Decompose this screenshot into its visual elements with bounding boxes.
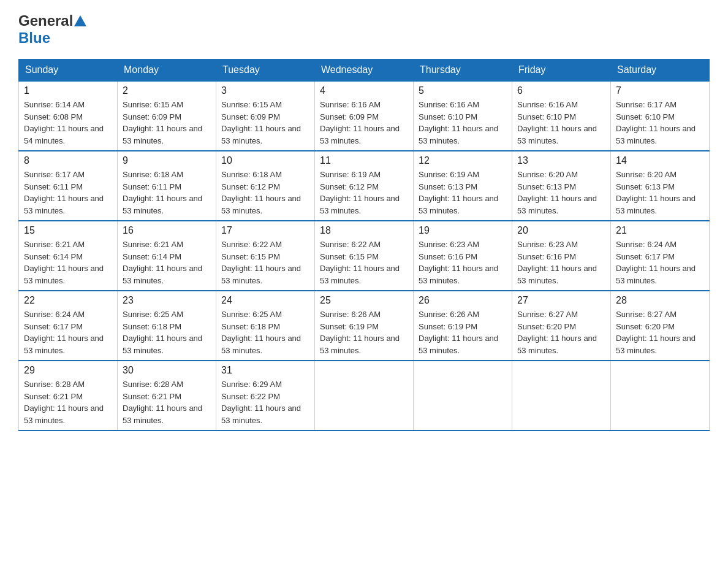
calendar-day-cell: 28 Sunrise: 6:27 AMSunset: 6:20 PMDaylig… (611, 291, 710, 361)
day-number: 14 (616, 155, 704, 166)
calendar-day-cell: 30 Sunrise: 6:28 AMSunset: 6:21 PMDaylig… (118, 361, 216, 431)
day-number: 27 (517, 295, 605, 306)
calendar-day-cell: 22 Sunrise: 6:24 AMSunset: 6:17 PMDaylig… (19, 291, 118, 361)
col-header-saturday: Saturday (611, 59, 710, 82)
calendar-day-cell: 31 Sunrise: 6:29 AMSunset: 6:22 PMDaylig… (216, 361, 315, 431)
calendar-week-row: 29 Sunrise: 6:28 AMSunset: 6:21 PMDaylig… (19, 361, 710, 431)
day-number: 2 (123, 85, 211, 96)
calendar-week-row: 22 Sunrise: 6:24 AMSunset: 6:17 PMDaylig… (19, 291, 710, 361)
day-info: Sunrise: 6:14 AMSunset: 6:08 PMDaylight:… (24, 99, 112, 147)
day-number: 16 (123, 225, 211, 236)
day-number: 20 (517, 225, 605, 236)
calendar-header-row: SundayMondayTuesdayWednesdayThursdayFrid… (19, 59, 710, 82)
day-number: 11 (320, 155, 408, 166)
day-info: Sunrise: 6:19 AMSunset: 6:13 PMDaylight:… (419, 169, 507, 216)
calendar-day-cell: 4 Sunrise: 6:16 AMSunset: 6:09 PMDayligh… (315, 81, 414, 151)
calendar-day-cell: 5 Sunrise: 6:16 AMSunset: 6:10 PMDayligh… (414, 81, 512, 151)
day-info: Sunrise: 6:17 AMSunset: 6:10 PMDaylight:… (616, 99, 704, 147)
day-number: 5 (419, 85, 507, 96)
day-info: Sunrise: 6:18 AMSunset: 6:12 PMDaylight:… (221, 169, 309, 216)
day-info: Sunrise: 6:15 AMSunset: 6:09 PMDaylight:… (123, 99, 211, 147)
day-number: 22 (24, 295, 112, 306)
day-number: 24 (221, 295, 309, 306)
day-info: Sunrise: 6:15 AMSunset: 6:09 PMDaylight:… (221, 99, 309, 147)
calendar-day-cell: 19 Sunrise: 6:23 AMSunset: 6:16 PMDaylig… (414, 221, 512, 291)
day-info: Sunrise: 6:22 AMSunset: 6:15 PMDaylight:… (221, 239, 309, 286)
day-number: 4 (320, 85, 408, 96)
col-header-friday: Friday (512, 59, 611, 82)
day-info: Sunrise: 6:26 AMSunset: 6:19 PMDaylight:… (320, 308, 408, 356)
day-number: 15 (24, 225, 112, 236)
calendar-day-cell: 9 Sunrise: 6:18 AMSunset: 6:11 PMDayligh… (118, 151, 216, 221)
day-info: Sunrise: 6:20 AMSunset: 6:13 PMDaylight:… (517, 169, 605, 216)
calendar-day-cell: 12 Sunrise: 6:19 AMSunset: 6:13 PMDaylig… (414, 151, 512, 221)
day-number: 17 (221, 225, 309, 236)
calendar-day-cell: 15 Sunrise: 6:21 AMSunset: 6:14 PMDaylig… (19, 221, 118, 291)
day-info: Sunrise: 6:16 AMSunset: 6:09 PMDaylight:… (320, 99, 408, 147)
day-number: 28 (616, 295, 704, 306)
calendar-week-row: 1 Sunrise: 6:14 AMSunset: 6:08 PMDayligh… (19, 81, 710, 151)
day-info: Sunrise: 6:24 AMSunset: 6:17 PMDaylight:… (616, 239, 704, 286)
logo-blue-text: Blue (18, 29, 50, 46)
calendar-day-cell: 18 Sunrise: 6:22 AMSunset: 6:15 PMDaylig… (315, 221, 414, 291)
day-info: Sunrise: 6:23 AMSunset: 6:16 PMDaylight:… (419, 239, 507, 286)
calendar-day-cell: 23 Sunrise: 6:25 AMSunset: 6:18 PMDaylig… (118, 291, 216, 361)
day-info: Sunrise: 6:27 AMSunset: 6:20 PMDaylight:… (517, 308, 605, 356)
day-number: 7 (616, 85, 704, 96)
day-info: Sunrise: 6:29 AMSunset: 6:22 PMDaylight:… (221, 378, 309, 426)
calendar-day-cell: 16 Sunrise: 6:21 AMSunset: 6:14 PMDaylig… (118, 221, 216, 291)
calendar-empty-cell (512, 361, 611, 431)
calendar-day-cell: 20 Sunrise: 6:23 AMSunset: 6:16 PMDaylig… (512, 221, 611, 291)
calendar-day-cell: 8 Sunrise: 6:17 AMSunset: 6:11 PMDayligh… (19, 151, 118, 221)
page-header: General Blue (18, 12, 710, 47)
day-info: Sunrise: 6:28 AMSunset: 6:21 PMDaylight:… (123, 378, 211, 426)
calendar-day-cell: 14 Sunrise: 6:20 AMSunset: 6:13 PMDaylig… (611, 151, 710, 221)
calendar-day-cell: 3 Sunrise: 6:15 AMSunset: 6:09 PMDayligh… (216, 81, 315, 151)
day-number: 1 (24, 85, 112, 96)
col-header-thursday: Thursday (414, 59, 512, 82)
day-info: Sunrise: 6:26 AMSunset: 6:19 PMDaylight:… (419, 308, 507, 356)
day-info: Sunrise: 6:22 AMSunset: 6:15 PMDaylight:… (320, 239, 408, 286)
calendar-empty-cell (315, 361, 414, 431)
day-number: 6 (517, 85, 605, 96)
col-header-sunday: Sunday (19, 59, 118, 82)
calendar-empty-cell (414, 361, 512, 431)
day-info: Sunrise: 6:18 AMSunset: 6:11 PMDaylight:… (123, 169, 211, 216)
day-info: Sunrise: 6:19 AMSunset: 6:12 PMDaylight:… (320, 169, 408, 216)
svg-marker-0 (74, 15, 86, 26)
calendar-day-cell: 25 Sunrise: 6:26 AMSunset: 6:19 PMDaylig… (315, 291, 414, 361)
day-info: Sunrise: 6:24 AMSunset: 6:17 PMDaylight:… (24, 308, 112, 356)
day-number: 13 (517, 155, 605, 166)
calendar-week-row: 8 Sunrise: 6:17 AMSunset: 6:11 PMDayligh… (19, 151, 710, 221)
day-number: 3 (221, 85, 309, 96)
calendar-day-cell: 6 Sunrise: 6:16 AMSunset: 6:10 PMDayligh… (512, 81, 611, 151)
calendar-table: SundayMondayTuesdayWednesdayThursdayFrid… (18, 59, 710, 431)
day-number: 18 (320, 225, 408, 236)
day-info: Sunrise: 6:28 AMSunset: 6:21 PMDaylight:… (24, 378, 112, 426)
calendar-day-cell: 17 Sunrise: 6:22 AMSunset: 6:15 PMDaylig… (216, 221, 315, 291)
day-info: Sunrise: 6:21 AMSunset: 6:14 PMDaylight:… (123, 239, 211, 286)
day-number: 21 (616, 225, 704, 236)
calendar-week-row: 15 Sunrise: 6:21 AMSunset: 6:14 PMDaylig… (19, 221, 710, 291)
day-info: Sunrise: 6:16 AMSunset: 6:10 PMDaylight:… (419, 99, 507, 147)
day-info: Sunrise: 6:27 AMSunset: 6:20 PMDaylight:… (616, 308, 704, 356)
calendar-day-cell: 21 Sunrise: 6:24 AMSunset: 6:17 PMDaylig… (611, 221, 710, 291)
day-info: Sunrise: 6:21 AMSunset: 6:14 PMDaylight:… (24, 239, 112, 286)
day-number: 29 (24, 365, 112, 376)
calendar-day-cell: 29 Sunrise: 6:28 AMSunset: 6:21 PMDaylig… (19, 361, 118, 431)
calendar-day-cell: 11 Sunrise: 6:19 AMSunset: 6:12 PMDaylig… (315, 151, 414, 221)
calendar-empty-cell (611, 361, 710, 431)
logo: General Blue (18, 12, 88, 47)
day-number: 12 (419, 155, 507, 166)
col-header-monday: Monday (118, 59, 216, 82)
day-number: 19 (419, 225, 507, 236)
day-info: Sunrise: 6:20 AMSunset: 6:13 PMDaylight:… (616, 169, 704, 216)
day-info: Sunrise: 6:17 AMSunset: 6:11 PMDaylight:… (24, 169, 112, 216)
logo-triangle-icon (74, 14, 87, 28)
day-number: 10 (221, 155, 309, 166)
day-number: 8 (24, 155, 112, 166)
col-header-wednesday: Wednesday (315, 59, 414, 82)
day-info: Sunrise: 6:25 AMSunset: 6:18 PMDaylight:… (123, 308, 211, 356)
day-info: Sunrise: 6:16 AMSunset: 6:10 PMDaylight:… (517, 99, 605, 147)
calendar-day-cell: 2 Sunrise: 6:15 AMSunset: 6:09 PMDayligh… (118, 81, 216, 151)
